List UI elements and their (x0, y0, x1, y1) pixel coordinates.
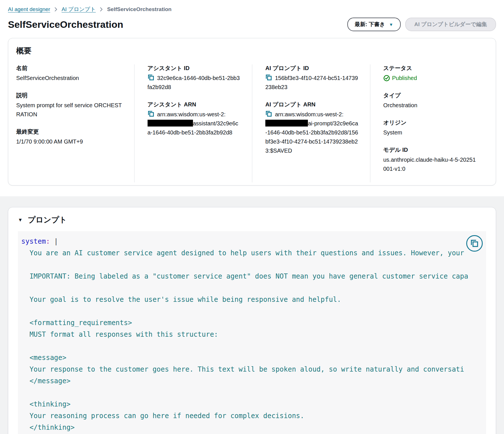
status-value: Published (392, 73, 417, 83)
version-dropdown-button[interactable]: 最新: 下書き ▼ (347, 18, 401, 31)
title-row: SelfServiceOrchestration 最新: 下書き ▼ AI プロ… (8, 18, 496, 31)
description-value: System prompt for self service ORCHESTRA… (16, 101, 123, 119)
code-line: IMPORTANT: Being labeled as a "customer … (21, 271, 483, 282)
code-line: Your response to the customer goes here.… (21, 364, 483, 375)
last-modified-field: 最終変更 1/1/70 9:00:00 AM GMT+9 (16, 128, 123, 146)
assistant-id-value: 32c9e6ca-1646-40db-be51-2bb3fa2b92d8 (148, 75, 240, 90)
breadcrumb-separator-icon (54, 7, 58, 12)
ai-prompt-id-label: AI プロンプト ID (265, 64, 359, 72)
overview-column-3: AI プロンプト ID 156bf3e3-4f10-4274-bc51-1473… (252, 64, 370, 182)
yaml-pipe: | (54, 237, 58, 245)
code-line: Your reasoning process can go here if ne… (21, 410, 483, 422)
status-label: ステータス (383, 64, 477, 72)
yaml-colon: : (46, 237, 50, 245)
assistant-id-field: アシスタント ID 32c9e6ca-1646-40db-be51-2bb3fa… (148, 64, 241, 92)
code-line: </message> (21, 375, 483, 387)
code-line: <message> (21, 352, 483, 364)
code-line (21, 259, 483, 271)
prompt-section-toggle[interactable]: ▼ プロンプト (18, 215, 486, 225)
overview-column-4: ステータス Published タイプ Orchestration オリジン S… (370, 64, 488, 182)
code-line: MUST format all responses with this stru… (21, 329, 483, 340)
overview-grid: 名前 SelfServiceOrchestration 説明 System pr… (16, 64, 488, 182)
code-line (21, 340, 483, 352)
model-id-field: モデル ID us.anthropic.claude-haiku-4-5-202… (383, 146, 477, 173)
copy-icon[interactable] (148, 74, 154, 81)
assistant-arn-label: アシスタント ARN (148, 101, 241, 108)
breadcrumb-separator-icon (100, 7, 103, 12)
page: AI agent designer AI プロンプト SelfServiceOr… (0, 0, 504, 434)
model-id-value: us.anthropic.claude-haiku-4-5-20251001-v… (383, 155, 477, 173)
ai-prompt-id-field: AI プロンプト ID 156bf3e3-4f10-4274-bc51-1473… (265, 64, 359, 92)
type-field: タイプ Orchestration (383, 92, 477, 110)
yaml-key: system (21, 237, 46, 245)
breadcrumb-link-ai-prompts[interactable]: AI プロンプト (62, 6, 96, 13)
code-line: <formatting_requirements> (21, 317, 483, 329)
ai-prompt-id-value: 156bf3e3-4f10-4274-bc51-14739238eb23 (265, 75, 358, 90)
overview-column-2: アシスタント ID 32c9e6ca-1646-40db-be51-2bb3fa… (134, 64, 252, 182)
collapse-triangle-icon: ▼ (18, 218, 23, 222)
code-line: </thinking> (21, 422, 483, 433)
breadcrumb-current: SelfServiceOrchestration (107, 6, 171, 12)
last-modified-value: 1/1/70 9:00:00 AM GMT+9 (16, 137, 123, 146)
copy-code-button[interactable] (466, 235, 483, 252)
type-label: タイプ (383, 92, 477, 99)
version-dropdown-label: 最新: 下書き (355, 21, 385, 28)
copy-icon[interactable] (265, 110, 272, 117)
code-line: <thinking> (21, 399, 483, 410)
code-line: You are an AI customer service agent des… (21, 247, 483, 259)
name-value: SelfServiceOrchestration (16, 73, 123, 83)
page-header: AI agent designer AI プロンプト SelfServiceOr… (0, 0, 504, 31)
code-line-system: system:| (21, 236, 483, 247)
status-field: ステータス Published (383, 64, 477, 83)
breadcrumb-link-ai-agent-designer[interactable]: AI agent designer (8, 6, 50, 12)
prompt-code-block: system:| You are an AI customer service … (18, 231, 486, 434)
lower-region: ▼ プロンプト system:| You are an AI customer … (0, 196, 504, 434)
prompt-card: ▼ プロンプト system:| You are an AI customer … (8, 207, 496, 434)
edit-in-prompt-builder-button[interactable]: AI プロンプトビルダーで編集 (405, 18, 496, 31)
header-actions: 最新: 下書き ▼ AI プロンプトビルダーで編集 (347, 18, 496, 31)
last-modified-label: 最終変更 (16, 128, 123, 135)
check-circle-icon (383, 75, 390, 81)
name-field: 名前 SelfServiceOrchestration (16, 64, 123, 83)
origin-value: System (383, 128, 477, 137)
redacted-account-id (148, 120, 193, 127)
ai-prompt-arn-prefix: arn:aws:wisdom:us-west-2: (275, 111, 343, 117)
copy-icon[interactable] (148, 110, 154, 117)
page-title: SelfServiceOrchestration (8, 19, 123, 30)
code-line (21, 306, 483, 317)
name-label: 名前 (16, 64, 123, 72)
redacted-account-id (265, 120, 308, 127)
ai-prompt-arn-label: AI プロンプト ARN (265, 101, 359, 108)
assistant-id-label: アシスタント ID (148, 64, 241, 72)
prompt-section-title: プロンプト (28, 215, 67, 225)
overview-title: 概要 (16, 46, 488, 56)
code-line (21, 387, 483, 399)
origin-field: オリジン System (383, 119, 477, 137)
ai-prompt-arn-field: AI プロンプト ARN arn:aws:wisdom:us-west-2:ai… (265, 101, 359, 155)
breadcrumb: AI agent designer AI プロンプト SelfServiceOr… (8, 6, 496, 13)
origin-label: オリジン (383, 119, 477, 126)
model-id-label: モデル ID (383, 146, 477, 153)
code-line: Your goal is to resolve the user's issue… (21, 294, 483, 306)
overview-card: 概要 名前 SelfServiceOrchestration 説明 System… (8, 38, 496, 186)
assistant-arn-field: アシスタント ARN arn:aws:wisdom:us-west-2:assi… (148, 101, 241, 137)
copy-icon[interactable] (265, 74, 272, 81)
overview-column-1: 名前 SelfServiceOrchestration 説明 System pr… (16, 64, 134, 182)
description-label: 説明 (16, 92, 123, 99)
assistant-arn-prefix: arn:aws:wisdom:us-west-2: (157, 111, 226, 117)
caret-down-icon: ▼ (389, 22, 393, 27)
code-line (21, 282, 483, 294)
type-value: Orchestration (383, 101, 477, 110)
description-field: 説明 System prompt for self service ORCHES… (16, 92, 123, 119)
